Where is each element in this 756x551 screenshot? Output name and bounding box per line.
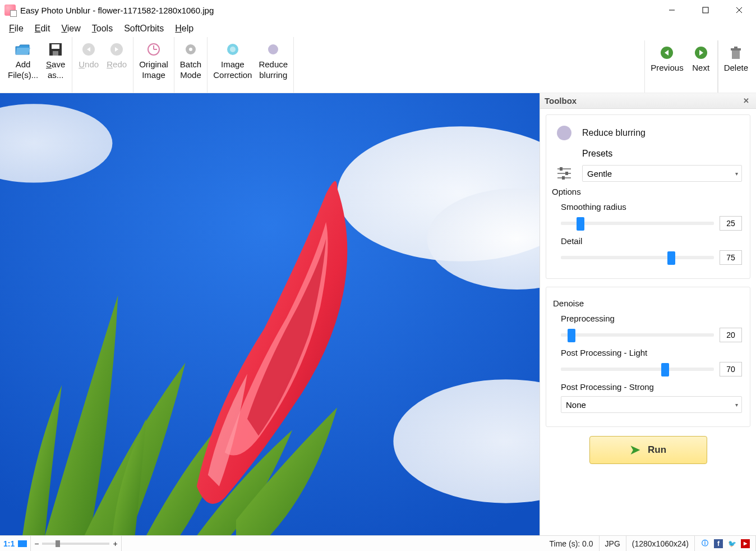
next-icon [692,44,710,62]
svg-rect-21 [734,47,737,48]
svg-rect-1 [703,7,708,13]
post-light-slider[interactable] [561,368,714,371]
preprocessing-slider[interactable] [561,333,714,337]
smoothing-value[interactable]: 25 [720,216,742,231]
run-arrow-icon: ➤ [630,443,640,457]
redo-icon [108,40,126,58]
post-light-value[interactable]: 70 [720,362,742,376]
window-controls [655,0,756,20]
twitter-icon[interactable]: 🐦 [727,539,736,548]
undo-button[interactable]: Undo [75,40,103,70]
app-icon [4,4,16,16]
menu-help[interactable]: Help [169,21,199,36]
save-as-button[interactable]: Saveas... [42,40,70,81]
format-status: JPG [600,536,626,551]
trash-icon [727,44,745,62]
smoothing-label: Smoothing radius [561,202,742,212]
preprocessing-label: Preprocessing [561,314,742,323]
presets-label: Presets [582,149,742,159]
toolbox-title: Toolbox [545,96,577,105]
chevron-down-icon: ▾ [735,402,738,408]
panel-title: Reduce blurring [582,128,646,138]
delete-button[interactable]: Delete [721,44,752,74]
undo-icon [80,40,98,58]
image-canvas[interactable] [0,93,540,535]
image-correction-button[interactable]: Image Correction [210,40,255,81]
run-button[interactable]: ➤ Run [589,436,707,464]
menu-tools[interactable]: Tools [86,21,118,36]
original-image-button[interactable]: Original Image [136,40,172,81]
svg-point-13 [189,48,192,51]
menu-file[interactable]: File [3,21,29,36]
youtube-icon[interactable]: ▶ [741,539,750,548]
toolbox-header: Toolbox ✕ [540,93,756,109]
next-button[interactable]: Next [687,44,715,74]
statusbar: 1:1 − + Time (s): 0.0 JPG (1280x1060x24)… [0,535,756,551]
svg-rect-6 [53,51,58,56]
zoom-slider[interactable] [42,543,109,545]
denoise-panel: Denoise Preprocessing 20 Post Processing… [546,287,750,427]
toolbox-panel: Toolbox ✕ Reduce blurring Presets Gentle… [540,93,756,535]
menubar: File Edit View Tools SoftOrbits Help [0,20,756,37]
fit-screen-icon[interactable] [18,540,27,547]
smoothing-slider[interactable] [561,222,714,225]
svg-point-27 [557,126,571,140]
options-label: Options [552,187,742,196]
zoom-out-button[interactable]: − [34,539,39,548]
post-strong-select[interactable]: None ▾ [561,396,742,413]
main-area: Toolbox ✕ Reduce blurring Presets Gentle… [0,93,756,535]
redo-button[interactable]: Redo [103,40,131,70]
post-light-label: Post Processing - Light [561,348,742,357]
reduce-blurring-panel: Reduce blurring Presets Gentle ▾ Options… [546,114,750,279]
minimize-button[interactable] [655,0,689,20]
facebook-icon[interactable]: f [714,539,723,548]
svg-rect-5 [52,44,59,49]
previous-icon [658,44,676,62]
close-button[interactable] [722,0,756,20]
reduce-blurring-button[interactable]: Reduce blurring [255,40,291,81]
menu-view[interactable]: View [56,21,86,36]
svg-rect-19 [732,50,740,59]
chevron-down-icon: ▾ [735,171,738,177]
preset-select[interactable]: Gentle ▾ [582,165,742,182]
batch-mode-button[interactable]: Batch Mode [177,40,205,81]
time-status: Time (s): 0.0 [544,536,600,551]
toolbar: Add File(s)... Saveas... Undo Redo Origi… [0,37,756,93]
denoise-label: Denoise [553,299,742,308]
detail-value[interactable]: 75 [720,250,742,265]
previous-button[interactable]: Previous [647,44,686,74]
preprocessing-value[interactable]: 20 [720,328,742,342]
svg-rect-29 [560,167,563,171]
sliders-icon [554,163,574,183]
zoom-in-button[interactable]: + [113,539,117,548]
maximize-button[interactable] [689,0,722,20]
folder-open-icon [14,40,32,58]
svg-rect-20 [731,48,741,50]
sparkle-icon [224,40,242,58]
detail-label: Detail [561,236,742,246]
zoom-segment: 1:1 [0,536,31,551]
toolbox-close-button[interactable]: ✕ [741,97,752,105]
add-files-button[interactable]: Add File(s)... [4,40,42,81]
clock-icon [145,40,163,58]
zoom-ratio[interactable]: 1:1 [3,539,15,548]
window-title: Easy Photo Unblur - flower-1171582-1280x… [20,6,214,15]
svg-rect-31 [565,172,568,175]
detail-slider[interactable] [561,256,714,259]
menu-softorbits[interactable]: SoftOrbits [118,21,169,36]
svg-point-15 [230,47,236,52]
save-icon [47,40,64,58]
post-strong-label: Post Processing - Strong [561,382,742,392]
svg-rect-33 [562,176,565,180]
zoom-slider-segment: − + [31,536,121,551]
blur-icon [554,123,574,143]
blur-icon [264,40,282,58]
dimensions-status: (1280x1060x24) [626,536,695,551]
info-icon[interactable]: ⓘ [700,539,709,548]
svg-point-16 [268,44,278,54]
menu-edit[interactable]: Edit [29,21,56,36]
gear-icon [182,40,200,58]
titlebar: Easy Photo Unblur - flower-1171582-1280x… [0,0,756,20]
social-links: ⓘ f 🐦 ▶ [695,536,756,551]
